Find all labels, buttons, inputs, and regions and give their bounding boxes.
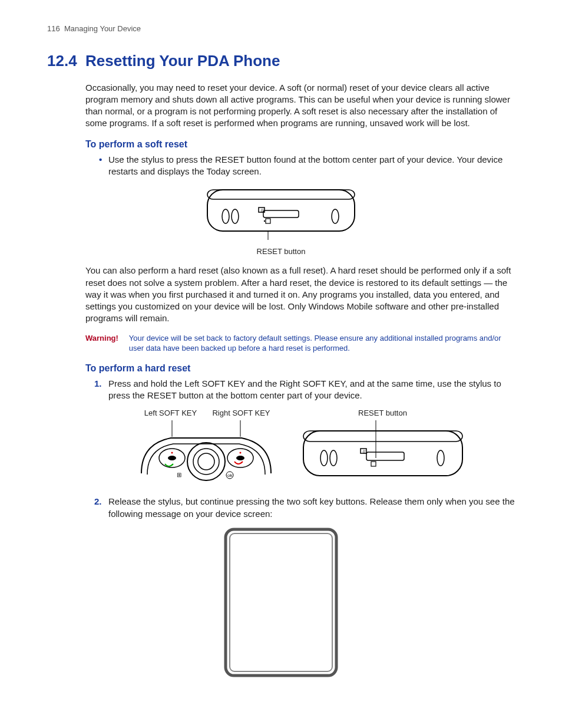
svg-rect-35 [226, 529, 336, 676]
svg-rect-36 [230, 533, 332, 671]
svg-point-10 [332, 209, 339, 223]
svg-point-7 [264, 220, 265, 222]
hard-reset-heading: To perform a hard reset [85, 362, 515, 375]
reset-figure-2: RESET button (( [300, 408, 465, 486]
hard-reset-step-1: Press and hold the Left SOFT KEY and the… [94, 378, 515, 402]
svg-rect-31 [371, 462, 376, 466]
svg-point-32 [320, 450, 328, 466]
warning-label: Warning! [85, 333, 118, 354]
left-softkey-label: Left SOFT KEY [135, 408, 206, 419]
svg-point-34 [437, 450, 444, 466]
device-bottom-icon-2: (( [300, 420, 465, 485]
svg-point-20 [236, 456, 244, 460]
svg-rect-2 [263, 210, 299, 218]
hard-reset-intro: You can also perform a hard reset (also … [85, 265, 515, 324]
device-screen-figure [47, 526, 515, 679]
svg-point-15 [198, 453, 214, 470]
svg-point-17 [168, 456, 176, 460]
svg-point-18 [171, 452, 173, 454]
softkey-icon: ⊞ ok [135, 420, 277, 485]
device-bottom-icon: (( [204, 184, 358, 243]
svg-point-14 [193, 449, 219, 475]
soft-reset-bullet: Use the stylus to press the RESET button… [99, 154, 515, 178]
device-screen-icon [222, 526, 340, 679]
intro-paragraph: Occasionally, you may need to reset your… [85, 82, 515, 130]
svg-rect-1 [207, 190, 355, 199]
hard-reset-steps-cont: Release the stylus, but continue pressin… [94, 496, 515, 520]
svg-point-21 [239, 452, 241, 454]
svg-text:ok: ok [227, 473, 233, 478]
svg-point-33 [330, 450, 337, 466]
page-number: 116 [47, 24, 60, 33]
page-header: 116 Managing Your Device [47, 24, 515, 34]
hard-reset-step-2: Release the stylus, but continue pressin… [94, 496, 515, 520]
device-bottom-caption: RESET button [257, 246, 306, 257]
svg-text:((: (( [363, 449, 366, 454]
soft-reset-heading: To perform a soft reset [85, 138, 515, 151]
warning-row: Warning! Your device will be set back to… [85, 333, 515, 354]
reset-button-label: RESET button [300, 408, 465, 419]
svg-rect-28 [366, 452, 404, 460]
device-bottom-figure: (( RESET button [47, 184, 515, 257]
svg-text:((: (( [261, 208, 264, 213]
warning-text: Your device will be set back to factory … [129, 333, 515, 354]
section-name: Resetting Your PDA Phone [85, 52, 280, 70]
softkey-figure: Left SOFT KEY Right SOFT KEY ⊞ ok [135, 408, 277, 486]
hard-reset-figure-row: Left SOFT KEY Right SOFT KEY ⊞ ok [85, 408, 515, 486]
svg-point-8 [222, 209, 229, 223]
svg-rect-27 [303, 431, 462, 442]
section-number: 12.4 [47, 52, 77, 70]
softkey-labels: Left SOFT KEY Right SOFT KEY [135, 408, 277, 419]
soft-reset-list: Use the stylus to press the RESET button… [99, 154, 515, 178]
svg-rect-5 [266, 219, 270, 223]
right-softkey-label: Right SOFT KEY [206, 408, 277, 419]
svg-text:⊞: ⊞ [177, 472, 181, 478]
hard-reset-steps: Press and hold the Left SOFT KEY and the… [94, 378, 515, 402]
section-title: 12.4 Resetting Your PDA Phone [47, 51, 515, 71]
reset-label-row: RESET button [300, 408, 465, 419]
running-title: Managing Your Device [64, 24, 141, 33]
svg-point-9 [232, 209, 239, 223]
